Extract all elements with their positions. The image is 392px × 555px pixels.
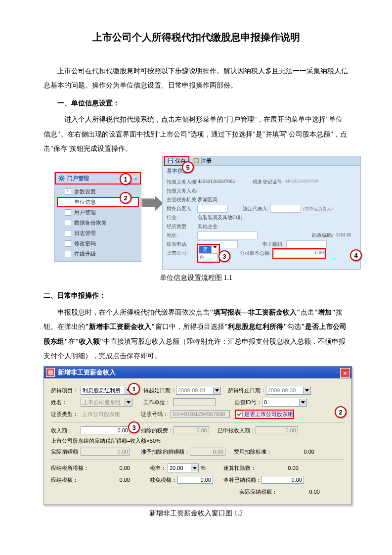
figure-2: 税 新增非工资薪金收入 × 所得项目： 利息股息红利所 得起始日期： 2009-…	[44, 366, 352, 505]
svg-rect-10	[169, 159, 173, 161]
figure2-caption: 新增非工资薪金收入窗口图 1.2	[44, 509, 348, 518]
tax-reg-no: 440301234567890	[284, 178, 330, 186]
income-type-select[interactable]: 利息股息红利所	[81, 386, 132, 395]
sidebar-panel: 门户管理 « 参数设置 单位信息 用户管理 数据备份恢复 日志管理 修改密码 在…	[54, 172, 141, 262]
legal-rep-input[interactable]	[270, 205, 301, 213]
svg-line-5	[59, 177, 60, 178]
save-icon	[168, 158, 174, 164]
sidebar-item-users[interactable]: 用户管理	[57, 207, 139, 218]
postcode: 518118	[336, 231, 356, 239]
listed-yes[interactable]: 是	[199, 245, 212, 253]
address-input[interactable]	[197, 231, 258, 239]
app-icon: 税	[46, 368, 55, 377]
page-title: 上市公司个人所得税代扣代缴股息申报操作说明	[44, 31, 348, 44]
sidebar-item-upgrade[interactable]: 在线升级	[57, 249, 139, 259]
deducted-tax: 0.00	[174, 426, 209, 434]
tax-authority: 罗湖区局	[197, 196, 228, 204]
tax-reduction-input[interactable]: 0.00	[177, 476, 213, 484]
actual-tax-payable: 0.00	[277, 489, 320, 495]
payer-code: 440301204507003	[197, 178, 244, 186]
check-icon	[237, 412, 242, 416]
end-date-select[interactable]: 2009-09-30	[266, 386, 311, 395]
section1-body: 进入个人所得税代扣代缴系统，点击左侧树形菜单的"门户管理"，在展开的菜单中选择"…	[44, 112, 348, 156]
section2-body: 申报股息时，在个人所得税代扣代缴界面依次点击"填写报表—非工资薪金收入"点击"增…	[44, 305, 348, 364]
main-pane: 保存 注册 基本信息 扣缴义务人编码:440301204507003 税务登记证…	[162, 156, 361, 270]
formula-note: 上市公司股东组的应纳税所得额=收入额×50%	[51, 437, 345, 445]
svg-rect-11	[169, 161, 172, 163]
svg-point-0	[60, 178, 62, 180]
quick-deduction: 0.00	[256, 465, 299, 471]
start-date-select[interactable]: 2009-09-01	[176, 386, 221, 395]
dialog-titlebar: 税 新增非工资薪金收入 ×	[44, 367, 351, 378]
register-button[interactable]: 注册	[191, 157, 214, 165]
listed-no[interactable]: 否	[199, 253, 218, 261]
shareholder-checkbox[interactable]	[236, 411, 243, 417]
marker-d2: 2	[335, 406, 347, 418]
shareholder-label: 是否上市公司股东组	[244, 411, 293, 418]
listed-dropdown[interactable]	[212, 245, 218, 253]
payer-name	[197, 187, 244, 195]
share-capital-input[interactable]: 0.00	[274, 249, 324, 257]
dialog-title: 新增非工资薪金收入	[58, 368, 116, 377]
section1-heading: 一、单位信息设置：	[44, 96, 348, 110]
gear-icon	[58, 175, 65, 182]
supplementary-paid[interactable]: 0.00	[261, 476, 304, 484]
selfcheck-id[interactable]: 0	[262, 398, 307, 407]
name-select: 上市公司股东组	[81, 398, 132, 407]
svg-line-6	[63, 180, 64, 181]
intro-paragraph: 上市公司在代扣代缴股息时可按照以下步骤说明操作。解决因纳税人多且无法一一采集纳税…	[44, 64, 348, 93]
work-unit	[173, 398, 216, 406]
svg-line-7	[59, 180, 60, 181]
figure1-caption: 单位信息设置流程图 1.1	[44, 274, 348, 282]
tax-rate-select[interactable]: 20.00	[168, 463, 199, 472]
industry: 包装装潢及其他印刷	[197, 214, 253, 222]
econ-type: 其他企业	[197, 223, 228, 231]
id-type: 上市公司股东组	[81, 410, 130, 418]
actual-donation: 0.00	[81, 448, 130, 456]
email-input[interactable]	[286, 240, 327, 248]
allowed-donation: 0.00	[190, 448, 225, 456]
taxable-income: 0.00	[92, 465, 130, 471]
id-number: XX440301234567890	[171, 410, 230, 418]
figure-1: 门户管理 « 参数设置 单位信息 用户管理 数据备份恢复 日志管理 修改密码 在…	[54, 156, 361, 270]
tax-payable: 0.00	[92, 477, 130, 483]
sidebar-item-backup[interactable]: 数据备份恢复	[57, 218, 139, 228]
sidebar-item-logs[interactable]: 日志管理	[57, 228, 139, 238]
register-icon	[193, 158, 199, 164]
svg-line-8	[63, 177, 64, 178]
sidebar-item-password[interactable]: 修改密码	[57, 238, 139, 249]
income-amount-input[interactable]: 0.00	[81, 426, 130, 434]
chevron-collapse-icon[interactable]: «	[134, 176, 137, 181]
reported-income: 0.00	[256, 426, 298, 434]
close-button[interactable]: ×	[340, 368, 350, 378]
svg-rect-12	[194, 159, 199, 163]
section2-heading: 二、日常申报操作：	[44, 288, 348, 303]
expense-standard: 0.00	[272, 449, 314, 455]
sidebar-title: 门户管理	[67, 175, 89, 182]
arrow-icon	[142, 199, 155, 207]
cfo-input[interactable]	[197, 205, 228, 213]
